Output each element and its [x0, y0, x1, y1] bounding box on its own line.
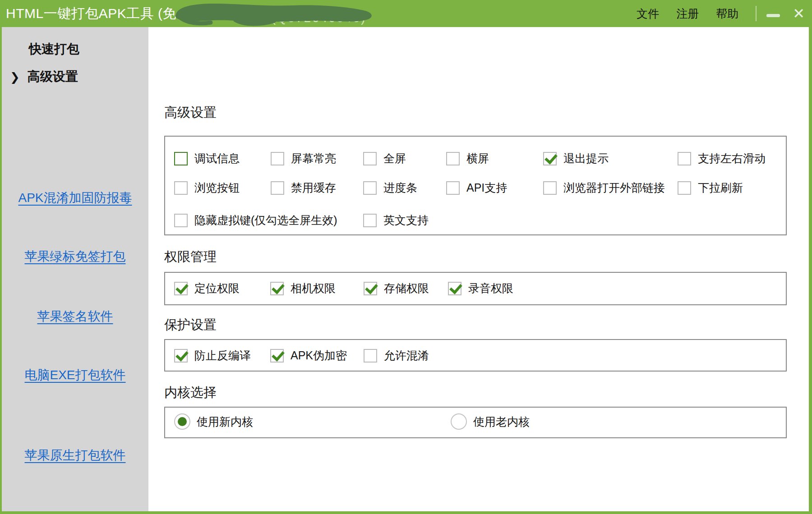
checkbox-label: 下拉刷新: [698, 180, 743, 195]
checkbox-anti-decompile[interactable]: 防止反编译: [174, 348, 251, 363]
section-title-kernel-selection: 内核选择: [164, 384, 217, 402]
checkbox-box: [271, 152, 284, 165]
section-title-advanced-settings: 高级设置: [164, 104, 217, 122]
checkbox-box: [270, 349, 284, 363]
radio-new-kernel[interactable]: 使用新内核: [174, 413, 253, 430]
checkbox-hide-virtual-keys[interactable]: 隐藏虚拟键(仅勾选全屏生效): [174, 213, 337, 228]
checkbox-label: 全屏: [383, 151, 406, 166]
checkbox-box: [363, 214, 377, 227]
app-title: HTML一键打包APK工具 (免: [6, 5, 176, 23]
checkbox-debug-info[interactable]: 调试信息: [174, 151, 240, 166]
section-title-protection-settings: 保护设置: [164, 316, 217, 334]
sidebar-item-advanced-settings[interactable]: ❯ 高级设置: [10, 68, 78, 85]
checkbox-label: 屏幕常亮: [291, 151, 336, 166]
checkbox-fullscreen[interactable]: 全屏: [363, 151, 406, 166]
radio-circle: [451, 413, 467, 430]
checkbox-keep-screen-on[interactable]: 屏幕常亮: [271, 151, 336, 166]
window-body: 快速打包 ❯ 高级设置 APK混淆加固防报毒 苹果绿标免签打包 苹果签名软件 电…: [2, 27, 809, 511]
checkbox-box: [678, 181, 691, 195]
close-button[interactable]: ✕: [793, 0, 805, 27]
checkbox-progress-bar[interactable]: 进度条: [363, 180, 417, 195]
advanced-settings-panel: 调试信息 屏幕常亮 全屏 横屏 退出提示: [164, 136, 787, 235]
checkbox-camera-permission[interactable]: 相机权限: [270, 281, 336, 296]
link-apk-obfuscation-hardening[interactable]: APK混淆加固防报毒: [2, 189, 148, 207]
radio-old-kernel[interactable]: 使用老内核: [451, 413, 530, 430]
checkbox-label: 禁用缓存: [291, 180, 336, 195]
link-apple-native-packaging-software[interactable]: 苹果原生打包软件: [2, 447, 148, 464]
checkbox-swipe-left-right[interactable]: 支持左右滑动: [678, 151, 766, 166]
checkbox-box: [678, 152, 691, 165]
checkbox-english-support[interactable]: 英文支持: [363, 213, 429, 228]
checkbox-open-external-links-in-browser[interactable]: 浏览器打开外部链接: [543, 180, 665, 195]
checkbox-label: APK伪加密: [291, 348, 347, 363]
checkbox-label: 浏览器打开外部链接: [563, 180, 665, 195]
checkbox-label: 调试信息: [194, 151, 240, 166]
checkbox-box: [174, 214, 188, 227]
checkbox-allow-obfuscation[interactable]: 允许混淆: [364, 348, 429, 363]
checkbox-box: [446, 181, 460, 195]
checkbox-landscape[interactable]: 横屏: [446, 151, 489, 166]
checkbox-label: API支持: [466, 180, 507, 195]
sidebar-item-label: 快速打包: [29, 42, 79, 56]
chevron-right-icon: ❯: [10, 70, 20, 84]
section-title-permission-management: 权限管理: [164, 248, 217, 266]
app-window: HTML一键打包APK工具 (免 (Q572646646) 文件 注册 帮助 ✕…: [0, 0, 812, 514]
radio-label: 使用老内核: [473, 414, 530, 429]
minimize-button[interactable]: [766, 14, 780, 17]
checkbox-box: [270, 282, 284, 295]
checkbox-label: 浏览按钮: [194, 180, 240, 195]
checkbox-location-permission[interactable]: 定位权限: [174, 281, 240, 296]
checkbox-label: 英文支持: [383, 213, 429, 228]
checkbox-label: 支持左右滑动: [698, 151, 766, 166]
sidebar: 快速打包 ❯ 高级设置 APK混淆加固防报毒 苹果绿标免签打包 苹果签名软件 电…: [2, 27, 148, 511]
scribble-redaction: [168, 0, 380, 27]
checkbox-box: [364, 282, 377, 295]
checkbox-label: 进度条: [383, 180, 417, 195]
sidebar-item-label: 高级设置: [28, 68, 78, 85]
menu-file[interactable]: 文件: [637, 6, 659, 21]
checkbox-box: [543, 152, 557, 165]
radio-circle: [174, 413, 190, 430]
checkbox-browser-buttons[interactable]: 浏览按钮: [174, 180, 240, 195]
titlebar: HTML一键打包APK工具 (免 (Q572646646) 文件 注册 帮助 ✕: [0, 0, 812, 27]
menu-help[interactable]: 帮助: [716, 6, 738, 21]
checkbox-box: [364, 349, 377, 363]
main-content: 高级设置 调试信息 屏幕常亮 全屏 横屏: [148, 27, 809, 511]
checkbox-label: 退出提示: [563, 151, 609, 166]
checkbox-label: 防止反编译: [194, 348, 251, 363]
checkbox-label: 存储权限: [384, 281, 429, 296]
checkbox-label: 横屏: [466, 151, 489, 166]
radio-label: 使用新内核: [197, 414, 253, 429]
checkbox-label: 录音权限: [468, 281, 513, 296]
sidebar-item-quick-package[interactable]: 快速打包: [29, 41, 79, 58]
permissions-panel: 定位权限 相机权限 存储权限 录音权限: [164, 272, 787, 305]
checkbox-box: [448, 282, 461, 295]
menu-register[interactable]: 注册: [676, 6, 699, 21]
checkbox-box: [363, 152, 377, 165]
checkbox-pull-to-refresh[interactable]: 下拉刷新: [678, 180, 743, 195]
titlebar-separator: [756, 6, 757, 21]
checkbox-box: [363, 181, 377, 195]
link-apple-signing-software[interactable]: 苹果签名软件: [2, 308, 148, 325]
titlebar-controls: 文件 注册 帮助 ✕: [637, 0, 812, 27]
checkbox-box: [543, 181, 557, 195]
checkbox-apk-fake-encryption[interactable]: APK伪加密: [270, 348, 347, 363]
checkbox-box: [271, 181, 284, 195]
checkbox-api-support[interactable]: API支持: [446, 180, 507, 195]
link-pc-exe-packaging-software[interactable]: 电脑EXE打包软件: [2, 367, 148, 384]
checkbox-box: [174, 181, 188, 195]
checkbox-box: [174, 152, 188, 165]
checkbox-label: 允许混淆: [384, 348, 429, 363]
checkbox-label: 隐藏虚拟键(仅勾选全屏生效): [194, 213, 337, 228]
checkbox-box: [174, 349, 188, 363]
checkbox-box: [174, 282, 188, 295]
checkbox-box: [446, 152, 460, 165]
checkbox-exit-prompt[interactable]: 退出提示: [543, 151, 609, 166]
checkbox-disable-cache[interactable]: 禁用缓存: [271, 180, 336, 195]
kernel-panel: 使用新内核 使用老内核: [164, 407, 787, 438]
checkbox-storage-permission[interactable]: 存储权限: [364, 281, 429, 296]
checkbox-microphone-permission[interactable]: 录音权限: [448, 281, 513, 296]
link-apple-green-label-packaging[interactable]: 苹果绿标免签打包: [2, 248, 148, 265]
checkbox-label: 相机权限: [291, 281, 336, 296]
protection-panel: 防止反编译 APK伪加密 允许混淆: [164, 339, 787, 372]
